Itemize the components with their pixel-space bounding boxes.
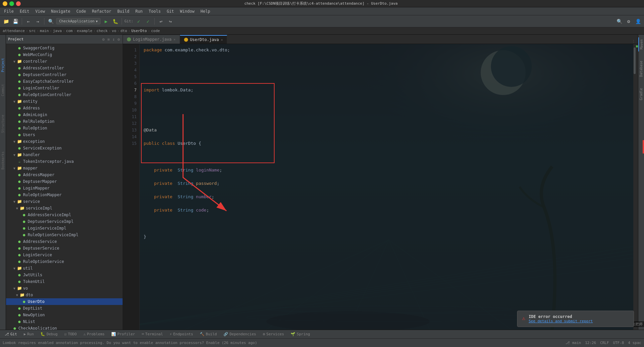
menu-file[interactable]: File (1, 8, 16, 14)
tree-item-adminlogin[interactable]: ● AdminLogin (6, 111, 123, 118)
tree-item-ruleoptionserviceimpl[interactable]: ● RuleOptionServiceImpl (6, 232, 123, 238)
toolbar-undo-btn[interactable]: ↩ (157, 17, 165, 25)
bottom-btn-problems[interactable]: ⚠ Problems (81, 332, 108, 337)
tree-item-nlist[interactable]: ● NList (6, 318, 123, 325)
tree-item-captchacontroller[interactable]: ● EasyCaptchaController (6, 78, 123, 85)
tree-item-serviceexception[interactable]: ● ServiceException (6, 145, 123, 151)
minimize-button[interactable] (3, 1, 7, 6)
tree-item-addressserviceimpl[interactable]: ● AddressServiceImpl (6, 212, 123, 218)
tree-item-loginserviceimpl[interactable]: ● LoginServiceImpl (6, 225, 123, 232)
tree-item-checkapplication[interactable]: ● CheckApplication (6, 325, 123, 330)
toolbar-redo-btn[interactable]: ↪ (166, 17, 174, 25)
close-button[interactable] (16, 1, 21, 6)
breadcrumb-code[interactable]: code (151, 29, 160, 33)
bottom-btn-spring[interactable]: 🌱 Spring (288, 332, 313, 337)
editor-tab-loginmapper[interactable]: LoginMapper.java × (123, 35, 180, 44)
left-panel-structure[interactable]: Structure (0, 113, 5, 135)
tree-item-addresscontroller[interactable]: ● AddressController (6, 65, 123, 71)
tree-item-deptserviceimpl[interactable]: ● DeptuserServiceImpl (6, 218, 123, 225)
tree-item-addressmapper[interactable]: ● AddressMapper (6, 171, 123, 178)
tree-item-vo[interactable]: ▼ 📁 vo (6, 285, 123, 292)
tree-item-service[interactable]: ▼ 📁 service (6, 198, 123, 205)
editor-tab-userdto[interactable]: UserDto.java × (180, 35, 227, 44)
bottom-btn-services[interactable]: ⚙ Services (260, 332, 287, 337)
bottom-btn-terminal[interactable]: ⌨ Terminal (139, 332, 166, 337)
toolbar-back-btn[interactable]: ← (24, 17, 32, 25)
breadcrumb-main[interactable]: main (40, 29, 49, 33)
tree-item-handler[interactable]: ▼ 📁 handler (6, 151, 123, 158)
tree-item-controller[interactable]: ▼ 📁 controller (6, 58, 123, 65)
toolbar-save-btn[interactable]: 💾 (11, 17, 19, 25)
right-panel-database[interactable]: Database (639, 59, 644, 79)
tree-item-ruleoptionservice[interactable]: ● RuleOptionService (6, 258, 123, 265)
bottom-btn-debug[interactable]: 🐛 Debug (38, 332, 60, 337)
bottom-btn-profiler[interactable]: 📊 Profiler (109, 332, 138, 337)
tree-item-mapper[interactable]: ▼ 📁 mapper (6, 165, 123, 171)
menu-help[interactable]: Help (198, 8, 213, 14)
git-update-btn[interactable]: ✓ (144, 17, 152, 25)
right-panel-gradle[interactable]: Gradle (639, 86, 644, 102)
tree-item-deptuserservice[interactable]: ● DeptuserService (6, 245, 123, 252)
tree-item-loginmapper[interactable]: ● LoginMapper (6, 185, 123, 192)
tree-item-entity[interactable]: ▼ 📁 entity (6, 98, 123, 105)
menu-build[interactable]: Build (115, 8, 132, 14)
toolbar-settings-btn[interactable]: ⚙ (625, 17, 633, 25)
menu-navigate[interactable]: Navigate (48, 8, 73, 14)
tree-item-loginservice[interactable]: ● LoginService (6, 252, 123, 258)
tree-item-webmvcconfig[interactable]: ● WebMvcConfig (6, 51, 123, 58)
git-checkmark-btn[interactable]: ✓ (135, 17, 143, 25)
file-tree-expand-icon[interactable]: ↕ (112, 37, 116, 42)
cursor-position[interactable]: 12:26 (585, 341, 596, 345)
menu-edit[interactable]: Edit (17, 8, 32, 14)
menu-tools[interactable]: Tools (146, 8, 163, 14)
tree-item-ruleoptioncontroller[interactable]: ● RuleOptionController (6, 91, 123, 98)
left-panel-project[interactable]: Project (0, 56, 5, 74)
menu-run[interactable]: Run (133, 8, 145, 14)
bottom-btn-build[interactable]: 🔨 Build (197, 332, 219, 337)
tree-item-deptusermapper[interactable]: ● DeptuserMapper (6, 178, 123, 185)
tree-item-tokenutil[interactable]: ● TokenUtil (6, 278, 123, 285)
menu-code[interactable]: Code (74, 8, 89, 14)
file-tree-content[interactable]: ● SwaggerConfig ● WebMvcConfig ▼ 📁 contr… (6, 44, 123, 330)
tree-item-userdto[interactable]: ● UserDto (6, 298, 123, 305)
scroll-thumb[interactable] (634, 47, 636, 74)
menu-window[interactable]: Window (177, 8, 197, 14)
breadcrumb-dto[interactable]: dto (121, 29, 127, 33)
debug-button[interactable]: 🐛 (111, 17, 119, 25)
file-tree-settings-icon[interactable]: ⚙ (102, 37, 105, 42)
tree-item-exception[interactable]: ▼ 📁 exception (6, 138, 123, 145)
bottom-btn-todo[interactable]: ☑ TODO (62, 332, 79, 337)
toolbar-user-btn[interactable]: 👤 (634, 17, 642, 25)
tree-item-address[interactable]: ● Address (6, 105, 123, 111)
bottom-btn-endpoints[interactable]: ⚡ Endpoints (167, 332, 196, 337)
bottom-btn-run[interactable]: ▶ Run (21, 332, 37, 337)
tree-item-newoption[interactable]: ● NewOption (6, 312, 123, 318)
right-panel-maven[interactable]: Maven (638, 37, 644, 51)
line-ending[interactable]: CRLF (600, 341, 609, 345)
file-tree-gear-icon[interactable]: ⚙ (117, 37, 121, 42)
tree-item-logincontroller[interactable]: ● LoginController (6, 85, 123, 91)
breadcrumb-attendance[interactable]: attendance (3, 29, 25, 33)
maximize-button[interactable] (9, 1, 14, 6)
toolbar-search-btn[interactable]: 🔍 (47, 17, 55, 25)
menu-view[interactable]: View (33, 8, 48, 14)
tab-more-btn[interactable]: ⋮ (632, 39, 635, 44)
tree-item-dto[interactable]: ▼ 📁 dto (6, 292, 123, 298)
file-tree-collapse-icon[interactable]: ≡ (107, 37, 110, 42)
toolbar-search-everywhere-btn[interactable]: 🔍 (615, 17, 623, 25)
tree-item-tokeninterceptor[interactable]: ☕ TokenInterceptor.java (6, 158, 123, 165)
bottom-btn-dependencies[interactable]: 🔗 Dependencies (221, 332, 259, 337)
toolbar-forward-btn[interactable]: → (34, 17, 42, 25)
tree-item-ruleoptionmapper[interactable]: ● RuleOptionMapper (6, 192, 123, 198)
breadcrumb-com[interactable]: com (66, 29, 73, 33)
tree-item-ruleoption[interactable]: ● RuleOption (6, 125, 123, 131)
breadcrumb-userdto[interactable]: UserDto (131, 29, 147, 33)
run-button[interactable]: ▶ (102, 17, 110, 25)
tree-item-users[interactable]: ● Users (6, 131, 123, 138)
tree-item-relruleoption[interactable]: ● RelRuleOption (6, 118, 123, 125)
breadcrumb-example[interactable]: example (77, 29, 92, 33)
tab-close-userdto[interactable]: × (221, 38, 223, 42)
code-editor[interactable]: package com.example.check.vo.dto; import… (140, 44, 633, 330)
tree-item-swaggerconfig[interactable]: ● SwaggerConfig (6, 45, 123, 51)
tree-item-jwtutils[interactable]: ● JwtUtils (6, 272, 123, 278)
